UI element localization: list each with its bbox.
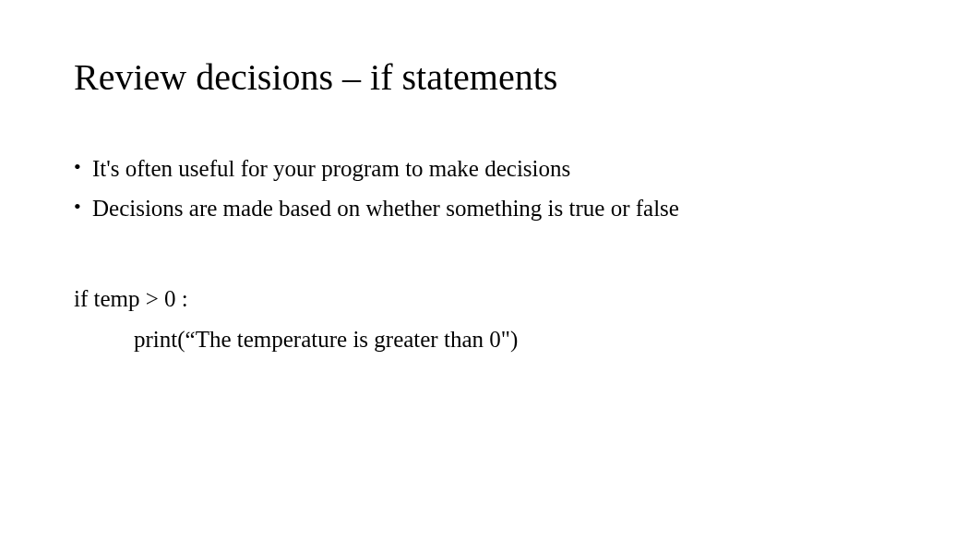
code-line: print(“The temperature is greater than 0… — [74, 319, 906, 360]
bullet-item: Decisions are made based on whether some… — [74, 189, 906, 229]
slide-title: Review decisions – if statements — [74, 55, 906, 99]
code-line: if temp > 0 : — [74, 279, 906, 319]
bullet-item: It's often useful for your program to ma… — [74, 150, 906, 189]
bullet-list: It's often useful for your program to ma… — [74, 150, 906, 228]
code-example: if temp > 0 : print(“The temperature is … — [74, 279, 906, 360]
